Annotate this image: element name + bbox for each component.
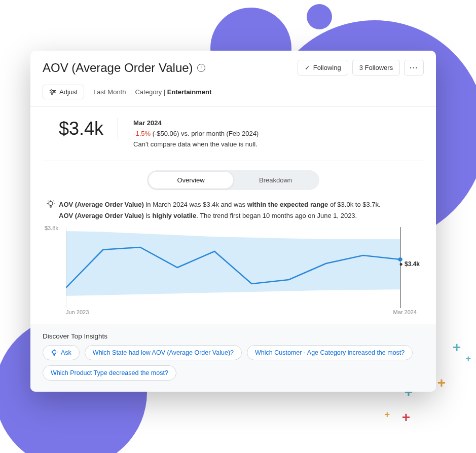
category-value: Entertainment	[167, 88, 211, 96]
x-axis-labels: Jun 2023 Mar 2024	[66, 309, 417, 315]
period-filter[interactable]: Last Month	[93, 88, 126, 96]
toggle-group: Overview Breakdown	[147, 170, 319, 190]
svg-point-6	[49, 202, 53, 206]
plus-deco: +	[384, 409, 390, 420]
discover-section: Discover Top Insights Ask Which State ha…	[30, 324, 436, 392]
summary-delta-line: -1.5% (-$50.06) vs. prior month (Feb 202…	[133, 129, 259, 139]
title-text: AOV (Average Order Value)	[43, 61, 193, 75]
tab-breakdown[interactable]: Breakdown	[233, 172, 318, 188]
following-button[interactable]: ✓ Following	[298, 60, 348, 76]
insight-2a: AOV (Average Order Value)	[59, 212, 144, 219]
suggestion-chip[interactable]: Which Customer - Age Category increased …	[247, 345, 413, 360]
delta-detail: (-$50.06) vs. prior month (Feb 2024)	[151, 130, 259, 137]
x-start: Jun 2023	[66, 309, 89, 315]
category-filter[interactable]: Category | Entertainment	[135, 88, 211, 96]
plus-deco: +	[437, 375, 446, 391]
insight-line-2: AOV (Average Order Value) is highly vola…	[59, 210, 381, 221]
page-title: AOV (Average Order Value) i	[43, 61, 205, 75]
svg-line-13	[53, 201, 54, 201]
metric-card: AOV (Average Order Value) i ✓ Following …	[30, 51, 436, 392]
svg-point-17	[53, 350, 56, 354]
lightbulb-icon	[51, 349, 58, 356]
svg-point-5	[52, 93, 53, 94]
view-toggle: Overview Breakdown	[30, 161, 436, 197]
lightbulb-icon	[47, 200, 55, 208]
bg-circle	[307, 4, 332, 29]
check-icon: ✓	[305, 64, 310, 71]
svg-point-3	[53, 91, 55, 93]
toolbar: Adjust Last Month Category | Entertainme…	[30, 80, 436, 107]
followers-button[interactable]: 3 Followers	[352, 60, 400, 76]
following-label: Following	[313, 64, 341, 71]
header-actions: ✓ Following 3 Followers ···	[298, 60, 424, 76]
insight-1c: within the expected range	[247, 201, 328, 208]
y-tick-top: $3.8k	[45, 225, 58, 231]
insight-1d: of $3.0k to $3.7k.	[328, 201, 380, 208]
insight-2d: . The trend first began 10 months ago on…	[196, 212, 357, 219]
tab-overview[interactable]: Overview	[149, 172, 233, 188]
suggestion-chip[interactable]: Which Product Type decreased the most?	[43, 365, 176, 381]
delta-pct: -1.5%	[133, 130, 151, 137]
ask-label: Ask	[61, 349, 71, 356]
line-chart: $3.8k ● $3.4k	[66, 227, 417, 308]
card-header: AOV (Average Order Value) i ✓ Following …	[30, 51, 436, 80]
insight-1b: in March 2024 was $3.4k and was	[144, 201, 247, 208]
chart-area: $3.8k ● $3.4k Jun 2023 Mar 2024	[30, 227, 436, 324]
insight-line-1: AOV (Average Order Value) in March 2024 …	[59, 199, 381, 210]
x-end: Mar 2024	[393, 309, 417, 315]
insight-2c: highly volatile	[152, 212, 196, 219]
summary-month: Mar 2024	[133, 118, 259, 129]
svg-point-1	[51, 89, 52, 91]
null-note: Can't compare data when the value is nul…	[133, 139, 259, 150]
category-prefix: Category |	[135, 88, 167, 96]
insights-text: AOV (Average Order Value) in March 2024 …	[30, 197, 436, 226]
suggestion-chip[interactable]: Which State had low AOV (Average Order V…	[85, 345, 242, 360]
more-icon: ···	[410, 64, 418, 71]
followers-label: 3 Followers	[359, 64, 393, 71]
plus-deco: +	[402, 409, 410, 426]
summary-details: Mar 2024 -1.5% (-$50.06) vs. prior month…	[133, 118, 259, 149]
insight-1a: AOV (Average Order Value)	[59, 201, 144, 208]
plus-deco: +	[453, 339, 461, 356]
adjust-label: Adjust	[59, 88, 78, 96]
sliders-icon	[49, 89, 56, 96]
ask-chip[interactable]: Ask	[43, 345, 80, 360]
summary-row: $3.4k Mar 2024 -1.5% (-$50.06) vs. prior…	[43, 107, 424, 161]
kpi-value: $3.4k	[59, 118, 118, 139]
adjust-button[interactable]: Adjust	[43, 85, 84, 99]
insight-2b: is	[144, 212, 153, 219]
more-button[interactable]: ···	[404, 60, 424, 76]
discover-title: Discover Top Insights	[43, 332, 424, 340]
chart-end-value: ● $3.4k	[399, 260, 420, 268]
plus-deco: +	[465, 354, 471, 364]
chips-row: Ask Which State had low AOV (Average Ord…	[43, 345, 424, 381]
svg-line-12	[48, 201, 49, 201]
info-icon[interactable]: i	[197, 64, 205, 72]
